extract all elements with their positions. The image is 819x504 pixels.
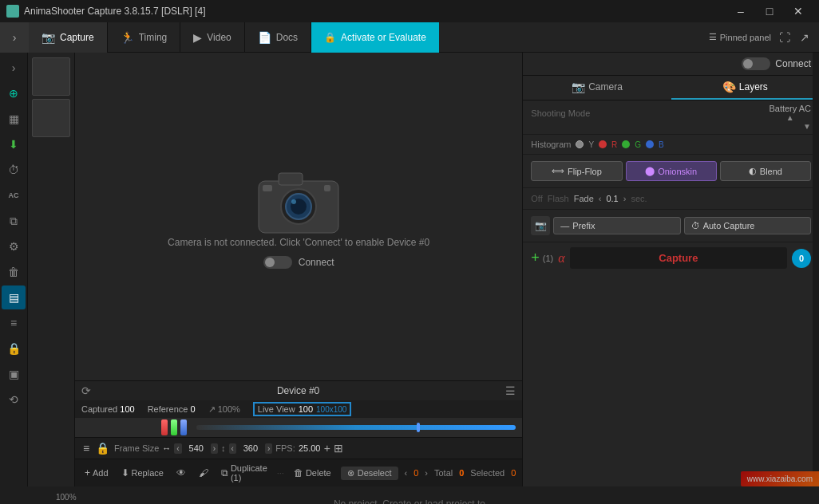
sidebar-icon-layers[interactable]: ⧉ bbox=[2, 209, 26, 233]
activate-button[interactable]: 🔒 Activate or Evaluate bbox=[311, 22, 439, 53]
right-panel: Connect 📷 Camera 🎨 Layers Shooting Mode … bbox=[522, 53, 819, 486]
plus-capture-button[interactable]: + (1) bbox=[531, 250, 553, 266]
right-scrollbar[interactable] bbox=[813, 53, 819, 486]
live-view-slider[interactable] bbox=[196, 425, 516, 430]
left-sidebar: › ⊕ ▦ ⬇ ⏱ AC ⧉ ⚙ 🗑 ▤ ≡ 🔒 ▣ ⟲ bbox=[0, 53, 28, 486]
sidebar-icon-ac[interactable]: AC bbox=[2, 183, 26, 207]
fade-increase-button[interactable]: › bbox=[623, 194, 627, 203]
project-text-line1: No project. Create or load project to bbox=[334, 498, 485, 504]
height-decrease-button[interactable]: ‹ bbox=[229, 443, 236, 454]
fullscreen-icon[interactable]: ⛶ bbox=[777, 30, 792, 45]
sidebar-icon-sliders[interactable]: ≡ bbox=[2, 311, 26, 335]
sec-label: sec. bbox=[631, 194, 647, 203]
histogram-dot-g[interactable] bbox=[622, 140, 630, 148]
device-row: ⟳ Device #0 ☰ bbox=[75, 380, 522, 400]
sidebar-icon-clock[interactable]: ⏱ bbox=[2, 158, 26, 182]
histogram-dot-r[interactable] bbox=[599, 140, 607, 148]
connect-toggle[interactable] bbox=[263, 256, 292, 269]
tab-timing[interactable]: 🏃 Timing bbox=[108, 22, 181, 53]
sidebar-icon-grid[interactable]: ▤ bbox=[2, 285, 26, 309]
chevron-down-icon[interactable]: ▼ bbox=[531, 122, 811, 131]
prefix-button[interactable]: — Prefix bbox=[553, 217, 680, 234]
frames-sidebar bbox=[28, 53, 75, 486]
sidebar-icon-new-frame[interactable]: ⊕ bbox=[2, 81, 26, 105]
replace-button[interactable]: ⬇ Replace bbox=[118, 466, 167, 480]
tab-docs[interactable]: 📄 Docs bbox=[245, 22, 311, 53]
bottom-project-area: ‹ 100% No project. Create or load projec… bbox=[0, 486, 819, 504]
tab-camera[interactable]: 📷 Camera bbox=[523, 76, 671, 100]
pinned-panel-button[interactable]: ☰ Pinned panel bbox=[709, 32, 771, 42]
color-bars bbox=[75, 418, 522, 437]
paint-button[interactable]: 🖌 bbox=[196, 466, 212, 480]
deselect-icon: ⊗ bbox=[347, 468, 354, 478]
delete-button[interactable]: 🗑 Delete bbox=[291, 466, 334, 480]
live-view-value: 100 bbox=[299, 404, 313, 414]
fade-decrease-button[interactable]: ‹ bbox=[599, 194, 602, 203]
reference-value: 0 bbox=[190, 404, 195, 414]
separator-icon: ··· bbox=[277, 468, 284, 478]
histogram-dot-y[interactable] bbox=[576, 140, 584, 148]
prefix-capture-row: 📷 — Prefix ⏱ Auto Capture bbox=[531, 213, 811, 238]
expand-icon[interactable]: ↗ bbox=[798, 30, 811, 45]
fade-value: 0.1 bbox=[606, 194, 618, 203]
chevron-up-icon[interactable]: ▲ bbox=[786, 113, 794, 122]
nav-expand-arrow[interactable]: › bbox=[0, 22, 29, 53]
settings-sliders-icon[interactable]: ≡ bbox=[81, 440, 91, 456]
sidebar-icon-import[interactable]: ⬇ bbox=[2, 132, 26, 156]
tab-video[interactable]: ▶ Video bbox=[180, 22, 244, 53]
width-increase-button[interactable]: › bbox=[211, 443, 218, 454]
action-bar: + Add ⬇ Replace 👁 🖌 ⧉ Duplicate (1) ··· … bbox=[75, 459, 522, 486]
deselect-button[interactable]: ⊗ Deselect bbox=[341, 467, 398, 480]
width-resize-icon: ↔ bbox=[162, 443, 171, 453]
width-decrease-button[interactable]: ‹ bbox=[174, 443, 181, 454]
right-connect-toggle[interactable] bbox=[742, 57, 770, 70]
sidebar-icon-lock[interactable]: 🔒 bbox=[2, 337, 26, 360]
maximize-button[interactable]: □ bbox=[755, 0, 784, 22]
duplicate-button[interactable]: ⧉ Duplicate (1) bbox=[218, 462, 271, 484]
connect-label: Connect bbox=[299, 257, 334, 268]
auto-capture-button[interactable]: ⏱ Auto Capture bbox=[684, 217, 811, 234]
off-label[interactable]: Off bbox=[531, 194, 542, 203]
sidebar-icon-transform[interactable]: ⟲ bbox=[2, 388, 26, 411]
fade-label[interactable]: Fade bbox=[574, 194, 594, 203]
add-button[interactable]: + Add bbox=[81, 466, 112, 480]
refresh-icon[interactable]: ⟳ bbox=[81, 384, 91, 397]
frame-thumbnail[interactable] bbox=[32, 57, 70, 96]
battery-ac-value: Battery AC bbox=[769, 104, 811, 113]
add-channel-button[interactable]: + bbox=[324, 442, 330, 455]
flip-onion-section: ⟺ Flip-Flop ⬤ Onionskin ◐ Blend bbox=[523, 155, 819, 188]
arrow-left-icon[interactable]: ‹ bbox=[405, 468, 408, 478]
histogram-dot-b[interactable] bbox=[646, 140, 654, 148]
height-increase-button[interactable]: › bbox=[265, 443, 272, 454]
arrow-right-icon[interactable]: › bbox=[425, 468, 428, 478]
menu-icon[interactable]: ☰ bbox=[505, 384, 516, 397]
tab-layers[interactable]: 🎨 Layers bbox=[671, 76, 819, 100]
layers-tab-icon: 🎨 bbox=[722, 81, 736, 93]
flip-flop-button[interactable]: ⟺ Flip-Flop bbox=[531, 161, 622, 181]
onionskin-button[interactable]: ⬤ Onionskin bbox=[626, 161, 717, 181]
total-zero-count: 0 bbox=[413, 468, 418, 478]
blend-label: Blend bbox=[760, 167, 782, 176]
flash-label[interactable]: Flash bbox=[548, 194, 569, 203]
sidebar-icon-frame[interactable]: ▣ bbox=[2, 362, 26, 386]
eye-button[interactable]: 👁 bbox=[173, 466, 189, 480]
project-text: No project. Create or load project to ca… bbox=[327, 497, 492, 504]
adjust-icon[interactable]: ⊞ bbox=[334, 442, 343, 455]
duplicate-label: Duplicate (1) bbox=[231, 463, 267, 482]
minimize-button[interactable]: – bbox=[726, 0, 755, 22]
capture-main-button[interactable]: Capture bbox=[570, 247, 787, 269]
app-title: AnimaShooter Capture 3.8.15.7 [DSLR] [4] bbox=[24, 6, 205, 17]
shooting-mode-row: Shooting Mode Battery AC ▲ bbox=[531, 104, 811, 122]
lock-frame-icon[interactable]: 🔒 bbox=[94, 440, 111, 456]
sidebar-icon-trash[interactable]: 🗑 bbox=[2, 260, 26, 284]
capture-row: + (1) α Capture 0 bbox=[523, 242, 819, 274]
tab-capture[interactable]: 📷 Capture bbox=[29, 22, 108, 53]
nav-right: ☰ Pinned panel ⛶ ↗ bbox=[701, 30, 819, 45]
sidebar-icon-settings[interactable]: ⚙ bbox=[2, 234, 26, 258]
auto-capture-circle-icon: ⏱ bbox=[691, 221, 700, 230]
blend-button[interactable]: ◐ Blend bbox=[720, 161, 811, 181]
sidebar-icon-histogram[interactable]: ▦ bbox=[2, 107, 26, 131]
sidebar-icon-arrow[interactable]: › bbox=[2, 56, 26, 80]
close-button[interactable]: ✕ bbox=[784, 0, 813, 22]
frame-thumbnail[interactable] bbox=[32, 99, 70, 137]
